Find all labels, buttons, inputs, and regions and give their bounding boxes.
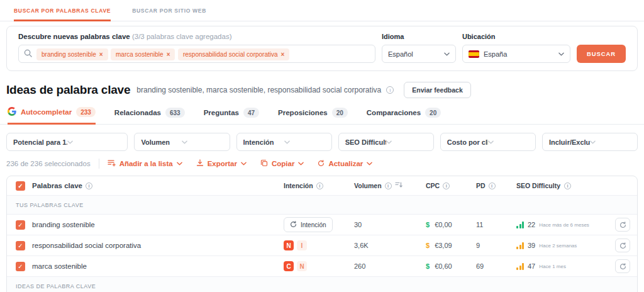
chevron-down-icon <box>177 162 182 166</box>
filter-label: Potencial para 1.ª página (PPP) <box>13 138 67 146</box>
volume-value: 30 <box>354 221 362 228</box>
filter-dropdown-seo-difficulty[interactable]: SEO Difficulty <box>338 133 434 151</box>
filter-dropdown-potencial-para-1-p-gina-ppp-[interactable]: Potencial para 1.ª página (PPP) <box>6 133 128 151</box>
keyword-cell[interactable]: branding sostenible <box>32 221 284 228</box>
keyword-input[interactable]: branding sostenible× marca sostenible× r… <box>18 45 375 63</box>
search-button[interactable]: BUSCAR <box>577 45 626 63</box>
google-g-icon <box>8 107 16 117</box>
search-panel-title-row: Descubre nuevas palabras clave (3/3 pala… <box>18 33 375 40</box>
tab-autocompletar[interactable]: Autocompletar233 <box>8 107 96 125</box>
seo-difficulty-cell: 22Hace más de 6 meses <box>516 221 608 228</box>
col-pd-header[interactable]: PD i <box>476 182 516 189</box>
row-refresh-cell <box>608 239 637 252</box>
tab-count-badge: 20 <box>332 108 348 118</box>
spain-flag-icon <box>469 50 479 58</box>
top-tab-keywords[interactable]: BUSCAR POR PALABRAS CLAVE <box>14 8 111 21</box>
refresh-row-button[interactable] <box>615 239 630 252</box>
group-row: IDEAS DE PALABRA CLAVE <box>7 276 637 292</box>
keyword-text: marca sostenible <box>32 262 87 270</box>
remove-chip-icon[interactable]: × <box>167 51 170 58</box>
location-field: Ubicación España <box>462 33 570 63</box>
toolbar-action-copy[interactable]: Copiar <box>260 159 304 168</box>
info-icon[interactable]: i <box>564 182 571 189</box>
pd-cell: 9 <box>476 242 516 249</box>
tab-preguntas[interactable]: Preguntas47 <box>204 107 259 124</box>
filter-dropdown-costo-por-clic[interactable]: Costo por clic <box>440 133 536 151</box>
filter-dropdown-volumen[interactable]: Volumen <box>134 133 230 151</box>
toolbar-action-add-to-list[interactable]: Añadir a la lista <box>108 159 182 168</box>
sort-descending-icon[interactable] <box>395 182 402 189</box>
top-tab-bar: BUSCAR POR PALABRAS CLAVEBUSCAR POR SITI… <box>0 0 644 21</box>
language-field: Idioma Español <box>382 33 456 63</box>
row-checkbox[interactable]: ✓ <box>16 220 25 230</box>
info-icon[interactable]: i <box>86 182 92 189</box>
cpc-value: €0,00 <box>435 221 452 228</box>
row-checkbox-cell: ✓ <box>7 241 32 250</box>
action-label: Añadir a la lista <box>119 160 173 167</box>
tab-comparaciones[interactable]: Comparaciones20 <box>367 107 441 124</box>
col-keyword-header[interactable]: Palabras clave i <box>32 182 284 189</box>
info-icon[interactable]: i <box>316 182 323 189</box>
last-updated-text: Hace más de 6 meses <box>539 222 589 228</box>
top-tab-website[interactable]: BUSCAR POR SITIO WEB <box>132 8 206 21</box>
tab-relacionadas[interactable]: Relacionadas633 <box>114 107 185 124</box>
keyword-cell[interactable]: marca sostenible <box>32 262 284 270</box>
keyword-chip[interactable]: branding sostenible× <box>36 48 108 60</box>
info-icon[interactable]: i <box>386 86 394 94</box>
intent-button-label: Intención <box>301 222 326 228</box>
info-icon[interactable]: i <box>489 182 496 189</box>
select-all-checkbox[interactable]: ✓ <box>16 181 25 191</box>
col-pd-label: PD <box>476 182 486 189</box>
intent-badge-C: C <box>284 261 294 271</box>
table-row[interactable]: ✓ marca sostenible CN 260 $€0,60 69 47Ha… <box>7 256 637 276</box>
tab-preposiciones[interactable]: Preposiciones20 <box>278 107 348 124</box>
group-row: TUS PALABRAS CLAVE <box>7 195 637 214</box>
chevron-down-icon <box>558 52 564 56</box>
keywords-table: ✓ Palabras clave i Intención i Volumen i… <box>6 176 638 292</box>
col-volume-header[interactable]: Volumen i <box>354 182 426 189</box>
col-intent-label: Intención <box>284 182 313 189</box>
info-icon[interactable]: i <box>385 182 392 189</box>
refresh-row-button[interactable] <box>615 259 630 273</box>
info-icon[interactable]: i <box>443 182 450 189</box>
load-intent-button[interactable]: Intención <box>284 217 333 232</box>
filter-label: SEO Difficulty <box>345 138 386 146</box>
table-row[interactable]: ✓ branding sostenible Intención 30 $€0,0… <box>7 214 637 235</box>
chevron-down-icon <box>241 162 247 166</box>
keyword-chips: branding sostenible× marca sostenible× r… <box>36 48 289 60</box>
row-checkbox[interactable]: ✓ <box>16 262 25 271</box>
col-volume-label: Volumen <box>354 182 382 189</box>
remove-chip-icon[interactable]: × <box>99 51 103 58</box>
tab-label: Autocompletar <box>21 108 72 116</box>
tab-label: Preguntas <box>204 109 239 116</box>
filter-dropdown-intenci-n[interactable]: Intención <box>236 133 332 151</box>
cpc-cell: $€3,09 <box>426 242 476 249</box>
header-checkbox-cell: ✓ <box>7 181 32 191</box>
toolbar-action-export[interactable]: Exportar <box>196 159 247 168</box>
table-body: TUS PALABRAS CLAVE ✓ branding sostenible… <box>7 195 637 292</box>
difficulty-bars-icon <box>516 263 524 270</box>
row-checkbox-cell: ✓ <box>7 220 32 230</box>
pd-value: 9 <box>476 242 480 249</box>
table-row[interactable]: ✓ responsabilidad social corporativa NI … <box>7 235 637 256</box>
chevron-down-icon <box>367 162 372 166</box>
refresh-row-button[interactable] <box>615 218 630 232</box>
keyword-chip[interactable]: responsabilidad social corporativa× <box>178 48 289 60</box>
col-cpc-header[interactable]: CPC i <box>426 182 476 189</box>
seo-difficulty-value: 39 <box>528 242 535 249</box>
col-intent-header[interactable]: Intención i <box>284 182 354 189</box>
location-select[interactable]: España <box>462 45 570 63</box>
send-feedback-button[interactable]: Enviar feedback <box>404 82 471 98</box>
tab-label: Relacionadas <box>114 109 161 116</box>
row-checkbox[interactable]: ✓ <box>16 241 25 250</box>
col-seo-difficulty-header[interactable]: SEO Difficulty i <box>516 182 608 189</box>
cpc-value: €3,09 <box>435 242 452 249</box>
filter-dropdown-incluir-excluir[interactable]: Incluir/Excluir <box>542 133 638 151</box>
toolbar-action-refresh[interactable]: Actualizar <box>318 159 372 168</box>
chevron-down-icon <box>67 140 121 144</box>
keyword-chip[interactable]: marca sostenible× <box>111 48 175 60</box>
keyword-cell[interactable]: responsabilidad social corporativa <box>32 242 284 249</box>
language-select[interactable]: Español <box>382 45 456 63</box>
pd-value: 11 <box>476 221 483 228</box>
remove-chip-icon[interactable]: × <box>281 51 285 58</box>
